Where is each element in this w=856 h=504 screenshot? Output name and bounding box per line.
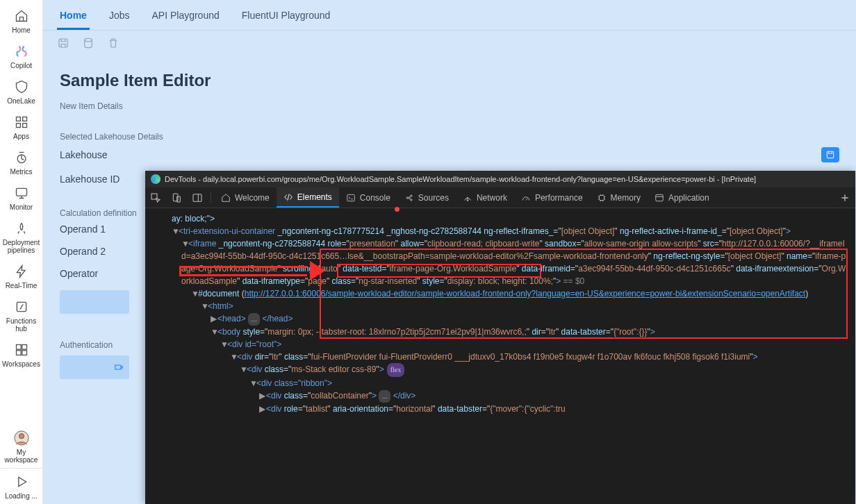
delete-icon[interactable] — [107, 37, 120, 49]
rail-metrics[interactable]: Metrics — [0, 144, 43, 180]
operator-input[interactable] — [60, 290, 129, 314]
dock-icon[interactable] — [187, 187, 208, 208]
inspect-icon[interactable] — [145, 187, 166, 208]
panel-console[interactable]: Console — [339, 187, 397, 208]
lakehouse-label: Lakehouse — [60, 149, 157, 160]
panel-application[interactable]: Application — [648, 187, 716, 208]
rail-onelake[interactable]: OneLake — [0, 74, 43, 109]
left-rail: Home Copilot OneLake Apps Metrics Monito… — [0, 0, 43, 504]
rail-loading[interactable]: Loading ... — [0, 468, 42, 504]
functions-icon — [14, 299, 29, 314]
rail-functions[interactable]: Functions hub — [0, 294, 43, 337]
tab-fluentui-playground[interactable]: FluentUI Playground — [239, 1, 334, 29]
page-title: Sample Item Editor — [60, 71, 839, 90]
svg-point-23 — [411, 194, 412, 196]
tree-line[interactable]: ▼<html> — [152, 300, 848, 312]
edge-icon — [151, 174, 160, 184]
rail-label: Real-Time — [6, 282, 38, 289]
svg-point-25 — [467, 199, 468, 201]
add-panel-icon[interactable] — [834, 187, 855, 208]
console-error-dot — [395, 207, 400, 212]
rail-label: My workspace — [0, 448, 43, 464]
monitor-icon — [14, 185, 29, 201]
tree-line[interactable]: ▼#document (http://127.0.0.1:60006/sampl… — [152, 287, 848, 300]
devtools-window: DevTools - daily.local.powerbi.com/group… — [145, 171, 855, 504]
rail-label: Copilot — [10, 62, 32, 69]
svg-rect-10 — [22, 351, 26, 355]
rail-copilot[interactable]: Copilot — [0, 38, 43, 74]
play-icon — [14, 474, 29, 489]
svg-rect-13 — [59, 39, 67, 47]
rail-my-workspace[interactable]: My workspace — [0, 425, 43, 468]
tree-line[interactable]: ▼<tri-extension-ui-container _ngcontent-… — [152, 225, 848, 237]
copilot-icon — [14, 44, 29, 59]
rail-label: Metrics — [10, 168, 32, 176]
save-icon[interactable] — [57, 37, 69, 49]
tree-line[interactable]: ▶<div role="tablist" aria-orientation="h… — [152, 403, 848, 415]
svg-rect-27 — [656, 194, 664, 201]
top-tabs: Home Jobs API Playground FluentUI Playgr… — [43, 0, 856, 31]
svg-rect-9 — [16, 351, 21, 355]
tab-api-playground[interactable]: API Playground — [149, 1, 222, 29]
apps-icon — [14, 115, 29, 130]
svg-point-12 — [19, 434, 24, 439]
rail-deployment[interactable]: Deployment pipelines — [0, 215, 43, 258]
tab-jobs[interactable]: Jobs — [106, 1, 133, 29]
auth-input[interactable] — [60, 355, 129, 379]
tree-line[interactable]: ay: block;"> — [152, 212, 848, 225]
rail-monitor[interactable]: Monitor — [0, 180, 43, 215]
elements-tree[interactable]: ay: block;"> ▼<tri-extension-ui-containe… — [145, 208, 855, 504]
lakehouse-save-button[interactable] — [821, 147, 839, 162]
tree-line[interactable]: ▼<div class="ms-Stack editor css-89">fle… — [152, 363, 848, 377]
operator-label: Operator — [60, 268, 157, 279]
tree-line[interactable]: ▶<div class="collabContainer"> … </div> — [152, 389, 848, 403]
tree-line-iframe[interactable]: ▼<iframe _ngcontent-ng-c2782588744 role=… — [152, 237, 848, 287]
svg-rect-3 — [22, 124, 26, 128]
workspaces-icon — [14, 342, 29, 358]
svg-point-22 — [406, 196, 408, 198]
tree-line[interactable]: ▼<body style="margin: 0px; --tabster-roo… — [152, 326, 848, 338]
svg-rect-0 — [16, 117, 20, 121]
devtools-title-text: DevTools - daily.local.powerbi.com/group… — [165, 175, 756, 183]
tree-line[interactable]: ▼<div class="ribbon"> — [152, 377, 848, 389]
rail-home[interactable]: Home — [0, 3, 43, 38]
panel-sources[interactable]: Sources — [397, 187, 456, 208]
rail-label: Monitor — [10, 203, 33, 211]
tab-home[interactable]: Home — [57, 1, 90, 29]
toolbar — [43, 31, 856, 56]
devtools-titlebar[interactable]: DevTools - daily.local.powerbi.com/group… — [145, 171, 855, 187]
panel-welcome[interactable]: Welcome — [214, 187, 277, 208]
svg-rect-16 — [115, 365, 121, 369]
onelake-icon — [14, 79, 29, 94]
panel-elements[interactable]: Elements — [277, 187, 339, 208]
svg-rect-8 — [22, 345, 26, 350]
panel-performance[interactable]: Performance — [514, 187, 590, 208]
database-icon[interactable] — [82, 37, 94, 49]
svg-rect-2 — [16, 124, 20, 128]
section-lakehouse: Selected Lakehouse Details — [60, 132, 839, 142]
svg-rect-21 — [347, 194, 355, 201]
rail-label: Loading ... — [5, 492, 38, 500]
svg-point-14 — [85, 38, 92, 42]
tree-line[interactable]: ▶<head> … </head> — [152, 312, 848, 326]
svg-rect-5 — [16, 188, 26, 196]
panel-memory[interactable]: Memory — [590, 187, 648, 208]
svg-point-24 — [411, 199, 412, 200]
deployment-icon — [14, 221, 29, 236]
tree-line[interactable]: ▼<div id="root"> — [152, 338, 848, 351]
panel-network[interactable]: Network — [456, 187, 514, 208]
device-icon[interactable] — [166, 187, 187, 208]
svg-rect-1 — [22, 117, 26, 121]
tree-line[interactable]: ▼<div dir="ltr" class="fui-FluentProvide… — [152, 351, 848, 363]
svg-rect-7 — [16, 345, 21, 350]
rail-label: Home — [12, 26, 31, 34]
section-new-item: New Item Details — [60, 101, 839, 111]
rail-workspaces[interactable]: Workspaces — [0, 337, 43, 372]
operand1-label: Operand 1 — [60, 224, 157, 235]
rail-realtime[interactable]: Real-Time — [0, 258, 43, 294]
rail-apps[interactable]: Apps — [0, 109, 43, 144]
avatar-icon — [14, 430, 29, 446]
lakehouse-id-label: Lakehouse ID — [60, 174, 157, 185]
metrics-icon — [14, 150, 29, 165]
realtime-icon — [14, 264, 29, 279]
